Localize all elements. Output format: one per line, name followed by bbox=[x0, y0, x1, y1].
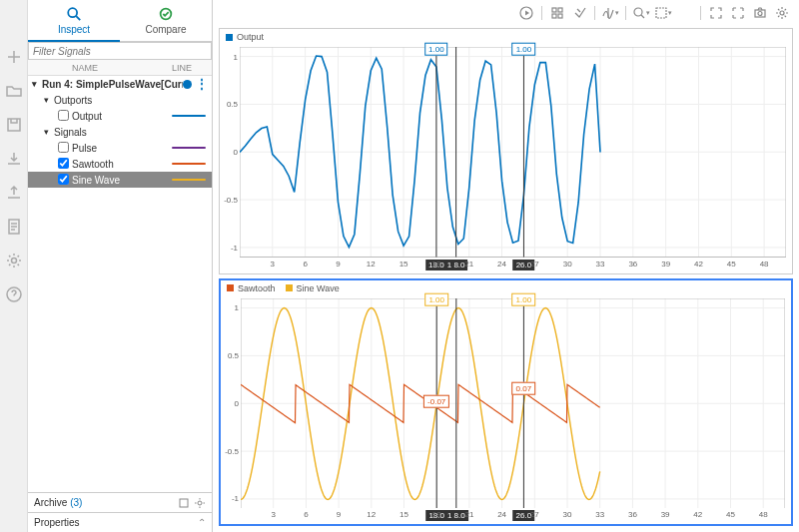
svg-rect-11 bbox=[552, 14, 556, 18]
svg-point-4 bbox=[68, 8, 77, 17]
filter-signals-input[interactable] bbox=[28, 42, 212, 60]
plot1-xaxis: 36912151821242730333639424548 bbox=[240, 260, 786, 273]
pan-icon[interactable] bbox=[495, 4, 513, 22]
clear-icon[interactable] bbox=[570, 4, 588, 22]
signal-checkbox-sine[interactable] bbox=[58, 174, 69, 185]
signal-checkbox-pulse[interactable] bbox=[58, 142, 69, 153]
plot-signals[interactable]: Sawtooth Sine Wave 10.50-0.5-1 1.00-0.07… bbox=[219, 278, 793, 527]
archive-count: (3) bbox=[70, 497, 82, 508]
tab-compare-label: Compare bbox=[145, 24, 186, 35]
signal-tree: ▾ Run 4: SimplePulseWave[Current] ⋮ ▾ Ou… bbox=[28, 76, 212, 492]
signal-row-output[interactable]: Output bbox=[28, 108, 212, 124]
fit-icon[interactable] bbox=[707, 4, 725, 22]
signal-swatch-sine bbox=[172, 179, 206, 181]
svg-point-7 bbox=[198, 501, 202, 505]
svg-rect-0 bbox=[8, 119, 20, 131]
folder-icon[interactable] bbox=[5, 82, 23, 100]
group-outports-label: Outports bbox=[54, 95, 212, 106]
tab-inspect[interactable]: Inspect bbox=[28, 0, 120, 41]
signal-row-pulse[interactable]: Pulse bbox=[28, 140, 212, 156]
properties-label: Properties bbox=[34, 517, 80, 528]
zoom-out-icon[interactable]: ▾ bbox=[654, 4, 672, 22]
signal-columns-header: NAME LINE bbox=[28, 60, 212, 76]
svg-rect-10 bbox=[558, 8, 562, 12]
run-menu-icon[interactable]: ⋮ bbox=[196, 77, 208, 91]
svg-point-16 bbox=[758, 12, 762, 16]
signal-swatch-pulse bbox=[172, 147, 206, 149]
save-icon[interactable] bbox=[5, 116, 23, 134]
play-icon[interactable] bbox=[517, 4, 535, 22]
plot1-legend: Output bbox=[220, 29, 792, 45]
export-icon[interactable] bbox=[5, 184, 23, 202]
group-signals[interactable]: ▾ Signals bbox=[28, 124, 212, 140]
plot2-axes[interactable]: 10.50-0.5-1 1.00-0.0718.01 8.01.000.0726… bbox=[241, 298, 785, 509]
svg-point-2 bbox=[11, 259, 16, 264]
legend-label-sawtooth: Sawtooth bbox=[238, 283, 276, 293]
run-row[interactable]: ▾ Run 4: SimplePulseWave[Current] ⋮ bbox=[28, 76, 212, 92]
pointer-icon[interactable] bbox=[676, 4, 694, 22]
add-icon[interactable] bbox=[5, 48, 23, 66]
svg-point-13 bbox=[634, 8, 642, 16]
properties-panel-header[interactable]: Properties ⌃ bbox=[28, 512, 212, 532]
cursor-icon[interactable]: ▾ bbox=[601, 4, 619, 22]
zoom-in-time-icon[interactable]: ▾ bbox=[632, 4, 650, 22]
signal-checkbox-output[interactable] bbox=[58, 110, 69, 121]
signal-swatch-output bbox=[172, 115, 206, 117]
col-name: NAME bbox=[68, 63, 172, 73]
legend-label-sine: Sine Wave bbox=[297, 283, 340, 293]
signal-row-sine[interactable]: Sine Wave bbox=[28, 172, 212, 188]
col-line: LINE bbox=[172, 63, 212, 73]
help-icon[interactable] bbox=[5, 285, 23, 303]
plot2-xaxis: 36912151821242730333639424548 bbox=[241, 510, 785, 524]
signal-row-sawtooth[interactable]: Sawtooth bbox=[28, 156, 212, 172]
legend-swatch-output bbox=[226, 34, 233, 41]
run-status-dot bbox=[183, 80, 192, 89]
svg-rect-12 bbox=[558, 14, 562, 18]
signal-label-sine: Sine Wave bbox=[72, 175, 172, 186]
left-toolbar bbox=[0, 0, 28, 532]
preferences-icon[interactable] bbox=[773, 4, 791, 22]
import-icon[interactable] bbox=[5, 150, 23, 168]
signal-label-output: Output bbox=[72, 111, 172, 122]
snapshot-icon[interactable] bbox=[751, 4, 769, 22]
tab-inspect-label: Inspect bbox=[58, 24, 90, 35]
signal-label-pulse: Pulse bbox=[72, 143, 172, 154]
report-icon[interactable] bbox=[5, 218, 23, 236]
svg-rect-14 bbox=[656, 8, 666, 18]
signal-checkbox-sawtooth[interactable] bbox=[58, 158, 69, 169]
archive-label: Archive bbox=[34, 497, 67, 508]
main-panel: ▾ ▾ ▾ Output 10.50-0.5-1 1.0018.01 8.01.… bbox=[213, 0, 799, 532]
legend-swatch-sawtooth bbox=[227, 284, 234, 291]
svg-rect-9 bbox=[552, 8, 556, 12]
chevron-up-icon: ⌃ bbox=[198, 517, 206, 528]
signal-swatch-sawtooth bbox=[172, 163, 206, 165]
group-signals-label: Signals bbox=[54, 127, 212, 138]
layout-grid-icon[interactable] bbox=[548, 4, 566, 22]
plot-output[interactable]: Output 10.50-0.5-1 1.0018.01 8.01.0026.0… bbox=[219, 28, 793, 274]
run-label: Run 4: SimplePulseWave[Current] bbox=[42, 79, 183, 90]
settings-icon[interactable] bbox=[5, 252, 23, 269]
legend-swatch-sine bbox=[286, 284, 293, 291]
svg-rect-6 bbox=[180, 499, 188, 507]
plot2-legend: Sawtooth Sine Wave bbox=[221, 280, 791, 296]
maximize-icon[interactable] bbox=[729, 4, 747, 22]
group-outports[interactable]: ▾ Outports bbox=[28, 92, 212, 108]
plot1-axes[interactable]: 10.50-0.5-1 1.0018.01 8.01.0026.0 bbox=[240, 47, 786, 258]
plot-toolbar: ▾ ▾ ▾ bbox=[495, 4, 791, 22]
tab-compare[interactable]: Compare bbox=[120, 0, 212, 41]
svg-point-17 bbox=[780, 11, 784, 15]
signal-browser: Inspect Compare NAME LINE ▾ Run 4: Simpl… bbox=[28, 0, 213, 532]
legend-label-output: Output bbox=[237, 32, 264, 42]
archive-store-icon[interactable] bbox=[178, 497, 190, 509]
signal-label-sawtooth: Sawtooth bbox=[72, 159, 172, 170]
archive-settings-icon[interactable] bbox=[194, 497, 206, 509]
archive-panel-header[interactable]: Archive (3) bbox=[28, 492, 212, 512]
